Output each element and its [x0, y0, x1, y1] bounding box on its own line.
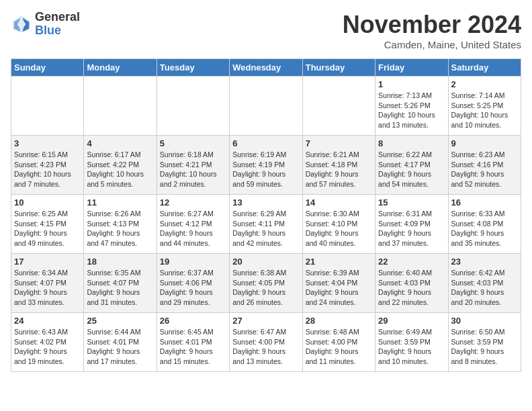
day-info: Sunrise: 6:49 AM Sunset: 3:59 PM Dayligh…: [378, 327, 445, 367]
calendar-cell: 21Sunrise: 6:39 AM Sunset: 4:04 PM Dayli…: [302, 254, 375, 313]
day-number: 1: [378, 79, 445, 89]
weekday-header-thursday: Thursday: [302, 59, 375, 77]
calendar-cell: 14Sunrise: 6:30 AM Sunset: 4:10 PM Dayli…: [302, 195, 375, 254]
week-row-3: 10Sunrise: 6:25 AM Sunset: 4:15 PM Dayli…: [11, 195, 521, 254]
calendar-header: SundayMondayTuesdayWednesdayThursdayFrid…: [11, 59, 521, 77]
day-info: Sunrise: 6:15 AM Sunset: 4:23 PM Dayligh…: [14, 150, 81, 189]
weekday-header-monday: Monday: [84, 59, 157, 77]
day-number: 9: [451, 138, 518, 148]
calendar-cell: 17Sunrise: 6:34 AM Sunset: 4:07 PM Dayli…: [11, 254, 84, 313]
calendar-cell: 19Sunrise: 6:37 AM Sunset: 4:06 PM Dayli…: [157, 254, 229, 313]
logo-icon: [11, 13, 32, 35]
calendar-cell: 25Sunrise: 6:44 AM Sunset: 4:01 PM Dayli…: [84, 313, 157, 372]
calendar-cell: 2Sunrise: 7:14 AM Sunset: 5:25 PM Daylig…: [448, 77, 521, 136]
calendar-cell: 22Sunrise: 6:40 AM Sunset: 4:03 PM Dayli…: [375, 254, 448, 313]
weekday-header-sunday: Sunday: [11, 59, 84, 77]
day-info: Sunrise: 6:27 AM Sunset: 4:12 PM Dayligh…: [160, 209, 226, 248]
day-number: 15: [378, 197, 445, 208]
day-number: 5: [160, 138, 226, 148]
calendar-cell: 9Sunrise: 6:23 AM Sunset: 4:16 PM Daylig…: [448, 136, 521, 195]
day-info: Sunrise: 6:34 AM Sunset: 4:07 PM Dayligh…: [14, 268, 81, 308]
day-number: 20: [232, 257, 299, 267]
calendar-cell: 28Sunrise: 6:48 AM Sunset: 4:00 PM Dayli…: [302, 313, 375, 372]
weekday-header-row: SundayMondayTuesdayWednesdayThursdayFrid…: [11, 59, 521, 77]
day-info: Sunrise: 6:23 AM Sunset: 4:16 PM Dayligh…: [451, 150, 518, 189]
logo: General Blue: [11, 11, 80, 38]
day-number: 30: [451, 316, 518, 326]
calendar-cell: 13Sunrise: 6:29 AM Sunset: 4:11 PM Dayli…: [230, 195, 302, 254]
location: Camden, Maine, United States: [343, 39, 521, 50]
day-info: Sunrise: 6:39 AM Sunset: 4:04 PM Dayligh…: [306, 268, 372, 308]
day-number: 8: [378, 138, 445, 148]
day-number: 19: [160, 257, 226, 267]
calendar-cell: 30Sunrise: 6:50 AM Sunset: 3:59 PM Dayli…: [448, 313, 521, 372]
day-info: Sunrise: 6:50 AM Sunset: 3:59 PM Dayligh…: [451, 327, 518, 367]
week-row-5: 24Sunrise: 6:43 AM Sunset: 4:02 PM Dayli…: [11, 313, 521, 372]
calendar-cell: 12Sunrise: 6:27 AM Sunset: 4:12 PM Dayli…: [157, 195, 229, 254]
calendar-cell: 18Sunrise: 6:35 AM Sunset: 4:07 PM Dayli…: [84, 254, 157, 313]
calendar-cell: 10Sunrise: 6:25 AM Sunset: 4:15 PM Dayli…: [11, 195, 84, 254]
calendar-cell: 15Sunrise: 6:31 AM Sunset: 4:09 PM Dayli…: [375, 195, 448, 254]
day-number: 18: [87, 257, 153, 267]
day-number: 14: [306, 197, 372, 208]
day-info: Sunrise: 6:31 AM Sunset: 4:09 PM Dayligh…: [378, 209, 445, 248]
weekday-header-tuesday: Tuesday: [157, 59, 229, 77]
day-number: 17: [14, 257, 81, 267]
calendar-cell: [230, 77, 302, 136]
month-title: November 2024: [343, 11, 521, 39]
day-number: 2: [451, 79, 518, 89]
calendar-cell: 6Sunrise: 6:19 AM Sunset: 4:19 PM Daylig…: [230, 136, 302, 195]
week-row-2: 3Sunrise: 6:15 AM Sunset: 4:23 PM Daylig…: [11, 136, 521, 195]
calendar-cell: [302, 77, 375, 136]
day-info: Sunrise: 6:40 AM Sunset: 4:03 PM Dayligh…: [378, 268, 445, 308]
day-number: 10: [14, 197, 81, 208]
calendar-table: SundayMondayTuesdayWednesdayThursdayFrid…: [11, 58, 521, 372]
day-number: 3: [14, 138, 81, 148]
day-number: 11: [87, 197, 153, 208]
day-info: Sunrise: 6:19 AM Sunset: 4:19 PM Dayligh…: [232, 150, 299, 189]
day-info: Sunrise: 6:48 AM Sunset: 4:00 PM Dayligh…: [306, 327, 372, 367]
title-block: November 2024 Camden, Maine, United Stat…: [343, 11, 521, 50]
day-number: 4: [87, 138, 153, 148]
day-info: Sunrise: 6:21 AM Sunset: 4:18 PM Dayligh…: [306, 150, 372, 189]
calendar-cell: 26Sunrise: 6:45 AM Sunset: 4:01 PM Dayli…: [157, 313, 229, 372]
day-info: Sunrise: 6:38 AM Sunset: 4:05 PM Dayligh…: [232, 268, 299, 308]
day-info: Sunrise: 6:17 AM Sunset: 4:22 PM Dayligh…: [87, 150, 153, 189]
logo-general-text: General: [35, 11, 80, 24]
day-number: 23: [451, 257, 518, 267]
logo-text: General Blue: [35, 11, 80, 38]
calendar-cell: [11, 77, 84, 136]
calendar-cell: 3Sunrise: 6:15 AM Sunset: 4:23 PM Daylig…: [11, 136, 84, 195]
calendar-cell: [84, 77, 157, 136]
day-number: 29: [378, 316, 445, 326]
day-info: Sunrise: 6:33 AM Sunset: 4:08 PM Dayligh…: [451, 209, 518, 248]
calendar-cell: 5Sunrise: 6:18 AM Sunset: 4:21 PM Daylig…: [157, 136, 229, 195]
day-info: Sunrise: 6:25 AM Sunset: 4:15 PM Dayligh…: [14, 209, 81, 248]
calendar-cell: 8Sunrise: 6:22 AM Sunset: 4:17 PM Daylig…: [375, 136, 448, 195]
day-number: 12: [160, 197, 226, 208]
calendar-cell: 16Sunrise: 6:33 AM Sunset: 4:08 PM Dayli…: [448, 195, 521, 254]
day-info: Sunrise: 6:18 AM Sunset: 4:21 PM Dayligh…: [160, 150, 226, 189]
day-info: Sunrise: 6:26 AM Sunset: 4:13 PM Dayligh…: [87, 209, 153, 248]
week-row-4: 17Sunrise: 6:34 AM Sunset: 4:07 PM Dayli…: [11, 254, 521, 313]
calendar-cell: 11Sunrise: 6:26 AM Sunset: 4:13 PM Dayli…: [84, 195, 157, 254]
page-header: General Blue November 2024 Camden, Maine…: [11, 11, 521, 50]
calendar-cell: 29Sunrise: 6:49 AM Sunset: 3:59 PM Dayli…: [375, 313, 448, 372]
day-number: 27: [232, 316, 299, 326]
day-number: 25: [87, 316, 153, 326]
calendar-body: 1Sunrise: 7:13 AM Sunset: 5:26 PM Daylig…: [11, 77, 521, 372]
day-info: Sunrise: 6:30 AM Sunset: 4:10 PM Dayligh…: [306, 209, 372, 248]
day-info: Sunrise: 6:44 AM Sunset: 4:01 PM Dayligh…: [87, 327, 153, 367]
calendar-cell: 1Sunrise: 7:13 AM Sunset: 5:26 PM Daylig…: [375, 77, 448, 136]
logo-blue-text: Blue: [35, 24, 80, 38]
calendar-cell: 23Sunrise: 6:42 AM Sunset: 4:03 PM Dayli…: [448, 254, 521, 313]
day-info: Sunrise: 7:13 AM Sunset: 5:26 PM Dayligh…: [378, 91, 445, 130]
day-info: Sunrise: 6:43 AM Sunset: 4:02 PM Dayligh…: [14, 327, 81, 367]
day-info: Sunrise: 6:47 AM Sunset: 4:00 PM Dayligh…: [232, 327, 299, 367]
weekday-header-saturday: Saturday: [448, 59, 521, 77]
day-number: 22: [378, 257, 445, 267]
day-info: Sunrise: 6:22 AM Sunset: 4:17 PM Dayligh…: [378, 150, 445, 189]
day-number: 28: [306, 316, 372, 326]
calendar-cell: 4Sunrise: 6:17 AM Sunset: 4:22 PM Daylig…: [84, 136, 157, 195]
day-info: Sunrise: 6:35 AM Sunset: 4:07 PM Dayligh…: [87, 268, 153, 308]
